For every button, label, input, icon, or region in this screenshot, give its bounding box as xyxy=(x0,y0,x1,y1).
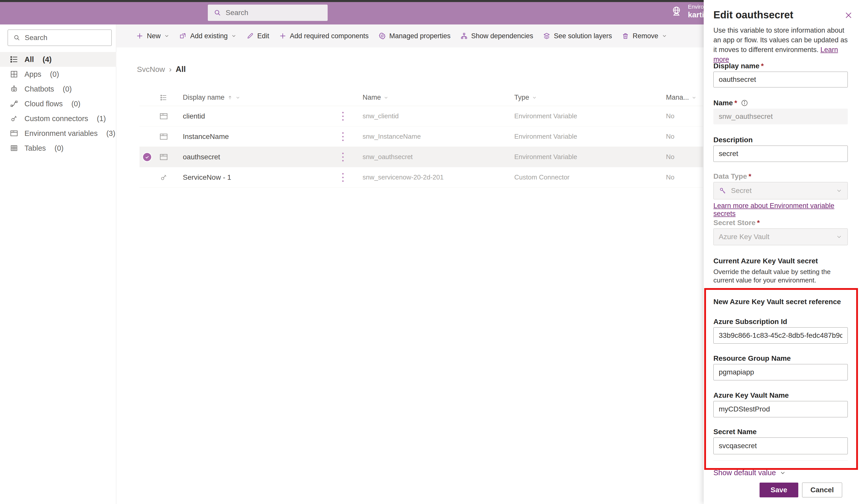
trash-icon xyxy=(621,32,629,40)
solution-sidebar: Search All(4) Apps(0) Chatbots(0) Cloud … xyxy=(0,25,116,504)
chevron-down-icon xyxy=(662,33,667,39)
panel-title: Edit oauthsecret xyxy=(713,9,848,21)
column-header-name[interactable]: Name xyxy=(353,93,504,101)
global-search-placeholder: Search xyxy=(226,9,248,17)
column-header-display-name[interactable]: Display name xyxy=(173,93,333,101)
sidebar-item-chatbots[interactable]: Chatbots(0) xyxy=(0,82,116,96)
managed-properties-button[interactable]: Managed properties xyxy=(378,32,450,40)
new-button[interactable]: New xyxy=(136,32,170,40)
panel-divider xyxy=(713,460,848,461)
chevron-down-icon xyxy=(231,33,236,39)
table-header-row: Display name Name Type Mana... xyxy=(140,89,703,106)
table-row[interactable]: ServiceNow - 1 snw_servicenow-20-2d-201 … xyxy=(140,167,703,188)
sidebar-search-input[interactable]: Search xyxy=(8,30,112,46)
show-dependencies-button[interactable]: Show dependencies xyxy=(460,32,533,40)
connector-plug-icon xyxy=(10,114,18,123)
show-default-value-toggle[interactable]: Show default value xyxy=(713,469,848,477)
chevron-down-icon xyxy=(164,33,170,39)
save-button[interactable]: Save xyxy=(760,483,798,498)
description-label: Description xyxy=(713,136,848,144)
data-type-value: Secret xyxy=(731,187,832,195)
key-vault-name-field[interactable] xyxy=(713,401,848,417)
current-secret-heading: Current Azure Key Vault secret xyxy=(713,257,848,265)
name-field xyxy=(713,109,848,125)
gear-icon xyxy=(378,32,386,40)
new-reference-heading: New Azure Key Vault secret reference xyxy=(713,298,848,306)
chevron-down-icon xyxy=(836,233,842,240)
data-type-label: Data Type* xyxy=(713,172,848,181)
environment-variable-icon: (x) xyxy=(155,153,173,162)
environment-variable-icon: (x) xyxy=(10,129,18,138)
search-icon xyxy=(213,9,221,17)
breadcrumb-solution[interactable]: SvcNow xyxy=(137,65,165,74)
breadcrumb-separator: › xyxy=(169,65,172,74)
apps-grid-icon xyxy=(10,70,18,78)
secret-name-label: Secret Name xyxy=(713,428,848,436)
list-icon xyxy=(10,55,18,64)
row-more-menu[interactable] xyxy=(333,172,353,183)
sidebar-item-custom-connectors[interactable]: Custom connectors(1) xyxy=(0,111,116,126)
components-table: Display name Name Type Mana... (x) clien xyxy=(140,89,703,188)
chevron-down-icon xyxy=(532,95,537,100)
sidebar-item-apps[interactable]: Apps(0) xyxy=(0,67,116,82)
cloud-flow-icon xyxy=(10,99,18,108)
key-icon xyxy=(719,187,727,195)
resource-group-field[interactable] xyxy=(713,364,848,380)
resource-group-label: Resource Group Name xyxy=(713,354,848,362)
secret-store-label: Secret Store* xyxy=(713,219,848,227)
table-row[interactable]: (x) clientid snw_clientid Environment Va… xyxy=(140,106,703,127)
row-selected-check-icon[interactable] xyxy=(142,152,152,162)
column-header-type[interactable]: Type xyxy=(504,93,656,101)
add-existing-button[interactable]: Add existing xyxy=(179,32,236,40)
main-content: New Add existing Edit Add required compo… xyxy=(116,25,704,504)
row-more-menu[interactable] xyxy=(333,131,353,142)
row-more-menu[interactable] xyxy=(333,111,353,121)
key-vault-name-label: Azure Key Vault Name xyxy=(713,391,848,400)
description-field[interactable] xyxy=(713,146,848,162)
cancel-button[interactable]: Cancel xyxy=(802,483,842,498)
panel-intro-text: Use this variable to store information a… xyxy=(713,26,848,64)
sidebar-item-environment-variables[interactable]: (x) Environment variables(3) xyxy=(0,126,116,141)
column-header-managed[interactable]: Mana... xyxy=(656,93,701,101)
svg-text:(x): (x) xyxy=(162,133,164,135)
chevron-down-icon xyxy=(384,95,389,100)
display-name-field[interactable] xyxy=(713,72,848,87)
sidebar-search-placeholder: Search xyxy=(25,34,47,42)
chevron-down-icon xyxy=(691,95,697,100)
layers-icon xyxy=(543,32,550,40)
plus-icon xyxy=(136,32,144,40)
table-icon xyxy=(10,144,18,153)
edit-button[interactable]: Edit xyxy=(246,32,269,40)
subscription-id-field[interactable] xyxy=(713,327,848,344)
chevron-down-icon xyxy=(235,95,241,100)
display-name-label: Display name* xyxy=(713,62,848,70)
sidebar-item-cloud-flows[interactable]: Cloud flows(0) xyxy=(0,96,116,111)
connector-plug-icon xyxy=(155,173,173,182)
list-icon xyxy=(155,94,173,101)
secret-store-dropdown: Azure Key Vault xyxy=(713,228,848,245)
table-row-selected[interactable]: (x) oauthsecret snw_oauthsecret Environm… xyxy=(140,147,703,167)
secret-name-field[interactable] xyxy=(713,437,848,454)
sidebar-nav: All(4) Apps(0) Chatbots(0) Cloud flows(0… xyxy=(0,52,116,156)
global-search-input[interactable]: Search xyxy=(208,4,328,21)
sort-ascending-icon xyxy=(227,95,233,100)
secret-store-value: Azure Key Vault xyxy=(719,233,832,241)
row-more-menu[interactable] xyxy=(333,152,353,162)
close-icon[interactable] xyxy=(843,10,854,21)
env-variable-secrets-link[interactable]: Learn more about Environment variable se… xyxy=(713,202,848,218)
table-row[interactable]: (x) InstanceName snw_InstanceName Enviro… xyxy=(140,127,703,147)
chevron-down-icon xyxy=(836,187,842,194)
search-icon xyxy=(13,34,21,42)
chevron-down-icon xyxy=(779,470,786,476)
add-required-components-button[interactable]: Add required components xyxy=(279,32,369,40)
svg-text:(x): (x) xyxy=(162,113,164,115)
svg-text:(x): (x) xyxy=(162,154,164,156)
sidebar-item-all[interactable]: All(4) xyxy=(0,52,116,67)
see-solution-layers-button[interactable]: See solution layers xyxy=(543,32,612,40)
info-icon[interactable] xyxy=(741,99,748,107)
add-existing-icon xyxy=(179,32,187,40)
sidebar-item-tables[interactable]: Tables(0) xyxy=(0,141,116,156)
remove-button[interactable]: Remove xyxy=(621,32,667,40)
dependencies-icon xyxy=(460,32,468,40)
subscription-id-label: Azure Subscription Id xyxy=(713,318,848,326)
